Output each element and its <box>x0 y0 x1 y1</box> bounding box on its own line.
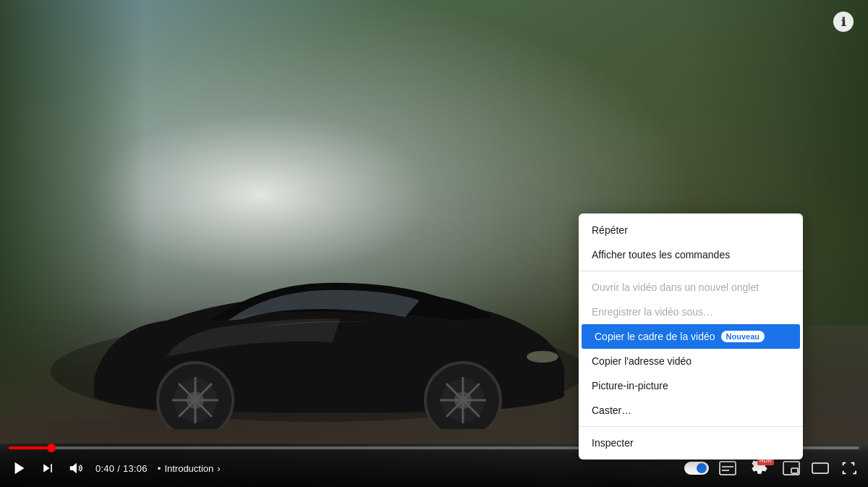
context-menu-caster[interactable]: Caster… <box>579 398 803 423</box>
context-menu-inspecter[interactable]: Inspecter <box>579 431 803 455</box>
chapter-name: Introduction <box>164 463 213 474</box>
context-menu-divider-1 <box>579 271 803 271</box>
context-menu-divider-2 <box>579 426 803 427</box>
next-button[interactable] <box>39 460 56 477</box>
svg-rect-24 <box>791 468 798 473</box>
chapter-info[interactable]: • Introduction › <box>158 463 221 474</box>
video-player: ℹ Répéter Afficher toutes les commandes … <box>0 0 868 487</box>
chapter-chevron: › <box>217 463 220 474</box>
theater-button[interactable] <box>810 460 830 477</box>
subtitles-button[interactable] <box>718 460 738 477</box>
play-icon <box>12 460 27 476</box>
settings-hdr-icon: HDR <box>748 457 771 480</box>
toggle-knob <box>697 463 707 473</box>
theater-icon <box>812 461 829 475</box>
svg-marker-19 <box>70 463 77 474</box>
info-icon[interactable]: ℹ <box>833 12 854 32</box>
context-menu-enregistrer: Enregistrer la vidéo sous… <box>579 300 803 324</box>
context-menu-repeter[interactable]: Répéter <box>579 218 803 242</box>
volume-icon <box>68 460 84 476</box>
miniplayer-button[interactable] <box>781 460 801 477</box>
fullscreen-button[interactable] <box>839 459 858 478</box>
info-icon-symbol: ℹ <box>841 15 846 29</box>
volume-button[interactable] <box>67 459 85 478</box>
miniplayer-icon <box>783 461 800 475</box>
context-menu-copier-adresse[interactable]: Copier l'adresse vidéo <box>579 349 803 373</box>
svg-point-1 <box>527 351 558 363</box>
total-time: 13:06 <box>123 463 148 474</box>
context-menu-ouvrir-onglet: Ouvrir la vidéo dans un nouvel onglet <box>579 275 803 300</box>
context-menu-pip[interactable]: Picture-in-picture <box>579 373 803 398</box>
fullscreen-icon <box>841 460 856 476</box>
svg-marker-16 <box>15 462 25 475</box>
context-menu-copier-cadre[interactable]: Copier le cadre de la vidéo Nouveau <box>582 324 800 349</box>
nouveau-badge: Nouveau <box>721 331 765 342</box>
svg-rect-25 <box>812 463 828 473</box>
next-icon <box>41 461 55 475</box>
car-silhouette <box>36 183 600 429</box>
toggle-track[interactable] <box>684 462 709 475</box>
progress-bar-fill <box>9 446 52 449</box>
play-button[interactable] <box>10 459 29 478</box>
svg-marker-17 <box>43 464 49 473</box>
svg-rect-18 <box>51 464 52 473</box>
time-display: 0:40 / 13:06 <box>95 463 148 474</box>
context-menu-afficher-commandes[interactable]: Afficher toutes les commandes <box>579 242 803 267</box>
context-menu: Répéter Afficher toutes les commandes Ou… <box>579 213 803 460</box>
svg-rect-20 <box>720 462 736 475</box>
chapter-bullet: • <box>158 463 161 474</box>
autoplay-toggle[interactable] <box>684 462 709 475</box>
subtitles-icon <box>719 461 736 475</box>
current-time: 0:40 <box>95 463 114 474</box>
